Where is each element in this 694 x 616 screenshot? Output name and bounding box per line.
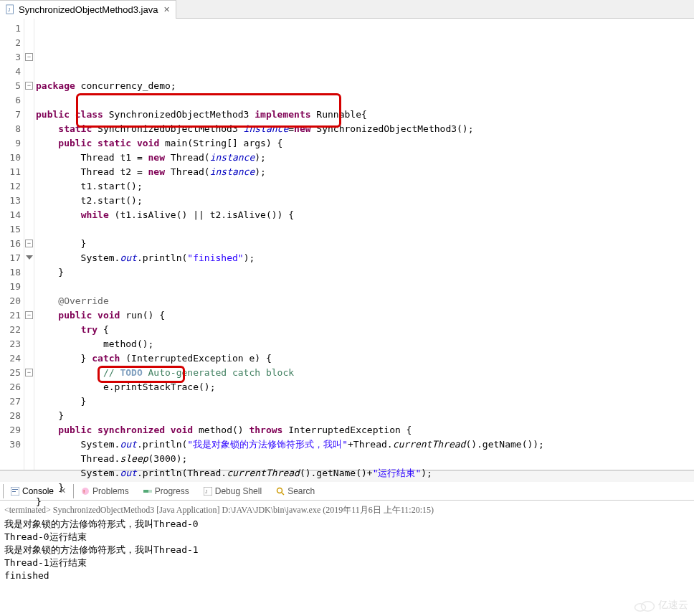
code-line[interactable]: try { bbox=[34, 323, 694, 337]
java-file-icon: J bbox=[6, 4, 16, 14]
line-number-gutter: 1234567891011121314151617181920212223242… bbox=[0, 19, 24, 470]
fold-marker[interactable]: − bbox=[25, 82, 33, 90]
fold-marker[interactable]: − bbox=[25, 53, 33, 61]
code-line[interactable]: Thread t2 = new Thread(instance); bbox=[34, 165, 694, 179]
tab-filename: SynchronizedObjectMethod3.java bbox=[19, 4, 158, 15]
code-line[interactable]: static SynchronizedObjectMethod3 instanc… bbox=[34, 122, 694, 136]
code-line[interactable]: package concurrency_demo; bbox=[34, 79, 694, 93]
console-output[interactable]: <terminated> SynchronizedObjectMethod3 [… bbox=[0, 501, 694, 585]
code-line[interactable]: } bbox=[34, 409, 694, 423]
close-icon[interactable]: ✕ bbox=[163, 5, 170, 14]
fold-marker[interactable]: − bbox=[25, 240, 33, 247]
editor-tab-bar: J SynchronizedObjectMethod3.java ✕ bbox=[0, 0, 694, 19]
code-line[interactable]: } bbox=[34, 394, 694, 409]
watermark-text: 亿速云 bbox=[658, 599, 688, 612]
code-line[interactable] bbox=[34, 222, 694, 237]
code-area[interactable]: package concurrency_demo;public class Sy… bbox=[34, 19, 694, 470]
code-line[interactable]: method(); bbox=[34, 337, 694, 351]
fold-marker[interactable]: − bbox=[25, 369, 33, 376]
code-line[interactable]: e.printStackTrace(); bbox=[34, 380, 694, 394]
svg-rect-3 bbox=[12, 489, 18, 490]
console-line: 我是对象锁的方法修饰符形式，我叫Thread-1 bbox=[4, 544, 690, 556]
code-line[interactable]: while (t1.isAlive() || t2.isAlive()) { bbox=[34, 208, 694, 222]
code-line[interactable]: public void run() { bbox=[34, 308, 694, 323]
watermark: 亿速云 bbox=[634, 599, 688, 612]
code-line[interactable]: System.out.println("我是对象锁的方法修饰符形式，我叫"+Th… bbox=[34, 437, 694, 452]
code-line[interactable]: } bbox=[34, 265, 694, 280]
editor-tab[interactable]: J SynchronizedObjectMethod3.java ✕ bbox=[0, 0, 176, 19]
code-line[interactable]: Thread.sleep(3000); bbox=[34, 452, 694, 466]
code-line[interactable]: public static void main(String[] args) { bbox=[34, 136, 694, 151]
code-line[interactable]: System.out.println("finished"); bbox=[34, 251, 694, 265]
svg-rect-4 bbox=[12, 491, 16, 492]
code-line[interactable]: // TODO Auto-generated catch block bbox=[34, 366, 694, 380]
code-line[interactable]: public synchronized void method() throws… bbox=[34, 423, 694, 437]
code-line[interactable]: } catch (InterruptedException e) { bbox=[34, 351, 694, 366]
cloud-icon bbox=[634, 599, 655, 612]
console-lines: 我是对象锁的方法修饰符形式，我叫Thread-0Thread-0运行结束我是对象… bbox=[4, 518, 690, 582]
code-line[interactable]: } bbox=[34, 237, 694, 251]
console-line: Thread-1运行结束 bbox=[4, 556, 690, 569]
fold-marker[interactable]: − bbox=[25, 311, 33, 319]
code-line[interactable] bbox=[34, 93, 694, 108]
folding-marker-column: −−−−− bbox=[24, 19, 34, 470]
code-line[interactable]: t2.start(); bbox=[34, 194, 694, 208]
code-editor[interactable]: 1234567891011121314151617181920212223242… bbox=[0, 19, 694, 470]
code-line[interactable]: System.out.println(Thread.currentThread(… bbox=[34, 466, 694, 480]
console-line: finished bbox=[4, 569, 690, 582]
svg-text:J: J bbox=[8, 7, 11, 12]
code-line[interactable]: @Override bbox=[34, 294, 694, 308]
code-line[interactable]: } bbox=[34, 480, 694, 495]
console-line: 我是对象锁的方法修饰符形式，我叫Thread-0 bbox=[4, 518, 690, 531]
code-line[interactable]: public class SynchronizedObjectMethod3 i… bbox=[34, 108, 694, 122]
console-line: Thread-0运行结束 bbox=[4, 531, 690, 544]
fold-marker[interactable] bbox=[26, 255, 33, 260]
code-line[interactable]: t1.start(); bbox=[34, 179, 694, 194]
code-line[interactable]: } bbox=[34, 495, 694, 509]
svg-point-14 bbox=[642, 602, 655, 612]
code-line[interactable] bbox=[34, 280, 694, 294]
code-line[interactable]: Thread t1 = new Thread(instance); bbox=[34, 151, 694, 165]
console-icon bbox=[11, 487, 19, 496]
